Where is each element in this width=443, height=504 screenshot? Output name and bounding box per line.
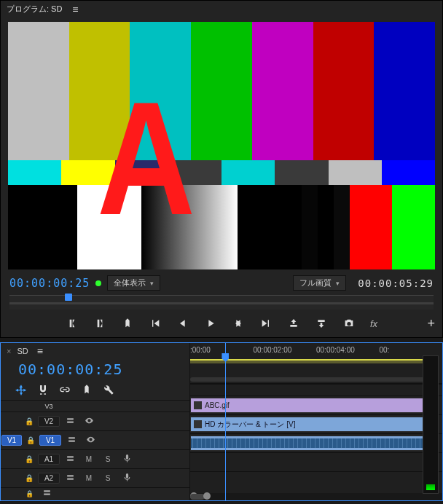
source-patch-v1[interactable]: V1 [1,435,22,446]
quality-dropdown-label: フル画質 [299,277,332,288]
sequence-tab[interactable]: SD [17,347,28,355]
chevron-down-icon: ▾ [150,280,154,287]
fx-badge-icon [194,420,202,428]
solo-button[interactable]: S [98,455,117,463]
mark-out-button[interactable] [93,317,106,330]
zoom-handle-right[interactable] [203,492,211,500]
sync-lock-icon[interactable] [60,473,79,484]
timeline-playhead-line[interactable] [225,343,226,500]
zoom-dropdown[interactable]: 全体表示 ▾ [107,275,160,291]
ruler-label: 00:00:04:00 [316,346,380,354]
step-forward-button[interactable] [232,317,245,330]
program-playhead[interactable] [65,294,72,301]
comparison-view-button[interactable]: fx [370,318,377,329]
audio-waveform [191,438,437,448]
clip-label: HD カラーバー & トーン [V] [205,420,295,430]
sync-lock-icon[interactable] [37,488,56,499]
lock-icon[interactable]: 🔒 [21,455,37,463]
timeline-tracks-area[interactable]: :00:00 00:00:02:00 00:00:04:00 00: ABC.g… [190,343,442,500]
lift-button[interactable] [287,317,300,330]
audio-meters [423,355,439,494]
track-toggle-v2[interactable]: V2 [38,416,60,427]
program-current-timecode[interactable]: 00:00:00:25 [9,277,90,290]
clip-v1[interactable]: HD カラーバー & トーン [V] [190,417,438,432]
linked-selection-icon[interactable] [58,382,72,397]
program-time-row: 00:00:00:25 全体表示 ▾ フル画質 ▾ 00:00:05:29 [1,272,442,294]
snap-toggle-icon[interactable] [14,382,28,397]
eye-icon[interactable] [79,416,98,427]
zoom-scrollbar[interactable] [190,377,435,382]
horizontal-scrollbar[interactable] [190,493,442,500]
track-a2-lane[interactable] [190,452,442,471]
voiceover-mic-icon[interactable] [117,454,136,465]
magnet-snap-icon[interactable] [36,382,50,397]
sync-lock-icon[interactable] [62,435,81,446]
track-header-extra[interactable]: 🔒 [1,487,189,499]
track-toggle-a1[interactable]: A1 [38,454,60,465]
fx-badge-icon [194,401,202,409]
track-header-a2[interactable]: 🔒 A2 M S [1,468,189,487]
timeline-tools [1,382,189,400]
button-editor-plus-icon[interactable]: + [427,316,435,331]
timeline-current-timecode[interactable]: 00:00:00:25 [1,359,189,382]
track-a1-lane[interactable] [190,433,442,452]
lock-icon[interactable]: 🔒 [21,490,37,497]
solo-button[interactable]: S [98,474,117,482]
dropped-frame-indicator-icon [95,280,101,286]
sync-lock-icon[interactable] [60,454,79,465]
track-header-v1[interactable]: V1 🔒 V1 [1,430,189,449]
program-title: プログラム: SD [7,4,62,15]
quality-dropdown[interactable]: フル画質 ▾ [293,275,346,291]
program-monitor-viewport[interactable]: A [8,22,435,269]
scrollbar-thumb[interactable] [190,494,205,500]
add-marker-button[interactable] [121,317,134,330]
program-monitor-panel: プログラム: SD ≡ [0,0,443,338]
track-v1-lane[interactable]: HD カラーバー & トーン [V] [190,414,442,433]
timeline-panel: × SD ≡ 00:00:00:25 V3 🔒 V2 [0,342,443,501]
ruler-label: 00:00:02:00 [254,346,317,354]
overlay-letter: A [97,95,195,223]
track-header-v3[interactable]: V3 [1,400,189,412]
program-header: プログラム: SD ≡ [1,1,442,17]
timeline-header-area: × SD ≡ 00:00:00:25 V3 🔒 V2 [1,343,190,500]
extract-button[interactable] [315,317,328,330]
play-button[interactable] [204,317,217,330]
export-frame-button[interactable] [342,317,356,330]
lock-icon[interactable]: 🔒 [23,436,39,444]
zoom-dropdown-label: 全体表示 [114,277,146,288]
timeline-ruler[interactable]: :00:00 00:00:02:00 00:00:04:00 00: [190,343,442,384]
timeline-menu-icon[interactable]: ≡ [34,346,46,356]
mute-button[interactable]: M [79,474,98,482]
track-headers: V3 🔒 V2 V1 🔒 V1 🔒 A1 M [1,400,189,500]
program-duration-timecode[interactable]: 00:00:05:29 [358,277,434,289]
track-header-a1[interactable]: 🔒 A1 M S [1,449,189,468]
timeline-settings-wrench-icon[interactable] [101,382,116,397]
lock-icon[interactable]: 🔒 [21,417,37,425]
track-header-v2[interactable]: 🔒 V2 [1,412,189,430]
go-to-in-button[interactable] [149,317,162,330]
close-panel-icon[interactable]: × [7,347,11,355]
mark-in-button[interactable] [66,317,79,330]
color-bars-image [8,22,435,269]
clip-a1[interactable] [190,436,438,451]
lock-icon[interactable]: 🔒 [21,474,37,482]
mute-button[interactable]: M [79,455,98,463]
ruler-label: :00:00 [190,346,254,354]
panel-menu-icon[interactable]: ≡ [69,4,81,15]
track-v2-lane[interactable]: ABC.gif [190,395,442,414]
clip-v2[interactable]: ABC.gif [190,398,438,413]
voiceover-mic-icon[interactable] [117,473,136,484]
track-toggle-v1[interactable]: V1 [39,435,61,446]
track-label: V3 [38,402,60,411]
sync-lock-icon[interactable] [60,416,79,427]
chevron-down-icon: ▾ [336,280,340,287]
track-toggle-a2[interactable]: A2 [38,473,60,484]
transport-controls: fx + [1,314,442,337]
clips-area: ABC.gif HD カラーバー & トーン [V] [190,384,442,500]
go-to-out-button[interactable] [259,317,273,330]
step-back-button[interactable] [176,317,189,330]
program-time-ruler[interactable] [9,295,434,310]
eye-icon[interactable] [81,435,100,446]
add-marker-timeline-icon[interactable] [79,382,94,397]
ruler-label: 00: [380,346,443,354]
